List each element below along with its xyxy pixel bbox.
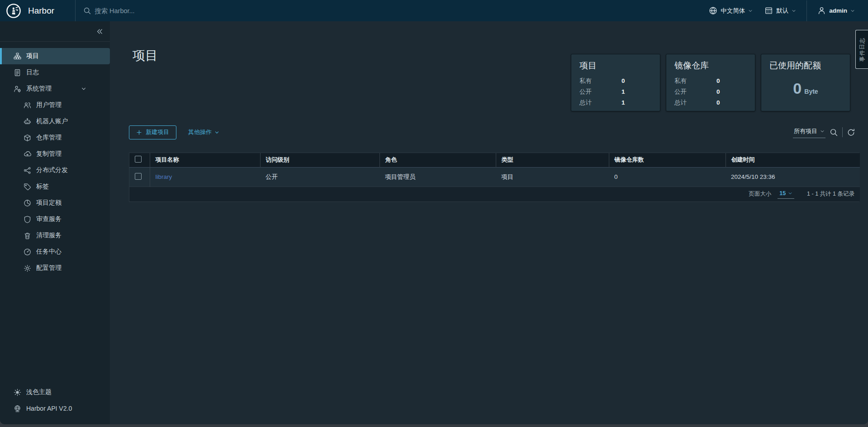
- column-header-2[interactable]: 角色: [379, 153, 496, 167]
- stat-label: 公开: [579, 86, 621, 97]
- sidebar-item-interrogation-services[interactable]: 审查服务: [0, 211, 110, 227]
- user-menu[interactable]: admin: [811, 0, 861, 21]
- stat-value: 1: [621, 97, 625, 108]
- sidebar-item-distributions[interactable]: 分布式分发: [0, 162, 110, 178]
- api-icon: [14, 405, 22, 413]
- global-search: [76, 7, 703, 15]
- column-header-0[interactable]: 项目名称: [150, 153, 260, 167]
- sun-icon: [14, 389, 22, 396]
- column-header-5[interactable]: 创建时间: [726, 153, 860, 167]
- sidebar-item-job-center[interactable]: 任务中心: [0, 244, 110, 260]
- stat-card-quota: 已使用的配额0Byte: [761, 54, 850, 111]
- gauge-icon: [24, 248, 32, 256]
- sidebar-item-administration[interactable]: 系统管理: [0, 81, 110, 97]
- brand-area: Harbor: [0, 0, 76, 21]
- harbor-app: Harbor 中文简体 默认: [0, 0, 868, 424]
- sidebar-item-label: 浅色主题: [26, 388, 52, 396]
- table-row: library公开项目管理员项目02024/5/10 23:36: [129, 167, 860, 187]
- shield-icon: [24, 216, 32, 223]
- sidebar-item-harbor-api[interactable]: Harbor API V2.0: [0, 400, 110, 417]
- sidebar-item-registries[interactable]: 仓库管理: [0, 130, 110, 146]
- records-count: 1 - 1 共计 1 条记录: [807, 190, 854, 198]
- sidebar-item-label: 审查服务: [36, 215, 62, 223]
- cell-creation_time: 2024/5/10 23:36: [726, 167, 860, 187]
- sidebar-item-replications[interactable]: 复制管理: [0, 146, 110, 162]
- main-content: 项目 项目私有0公开1总计1镜像仓库私有0公开0总计0已使用的配额0Byte 新…: [110, 21, 868, 424]
- stat-value: 0: [621, 76, 625, 86]
- stat-row: 总计0: [674, 97, 755, 108]
- stat-value: 1: [621, 86, 625, 97]
- caret-down-icon: [850, 9, 855, 13]
- sidebar-item-project-quotas[interactable]: 项目定额: [0, 195, 110, 211]
- sidebar-item-labels[interactable]: 标签: [0, 178, 110, 195]
- users-icon: [24, 101, 32, 109]
- page-size-select[interactable]: 15: [778, 189, 794, 199]
- sidebar-item-label: 配置管理: [36, 264, 62, 272]
- sidebar-item-label: 分布式分发: [36, 166, 68, 174]
- sidebar-item-projects[interactable]: 项目: [0, 48, 110, 64]
- sidebar-item-users[interactable]: 用户管理: [0, 97, 110, 113]
- sidebar-item-logs[interactable]: 日志: [0, 64, 110, 81]
- quota-unit: Byte: [804, 88, 818, 95]
- sidebar-item-light-theme[interactable]: 浅色主题: [0, 384, 110, 400]
- search-icon: [83, 7, 91, 15]
- new-project-button[interactable]: 新建项目: [129, 125, 176, 139]
- stat-label: 总计: [674, 97, 716, 108]
- harbor-logo-icon[interactable]: [6, 3, 21, 19]
- top-header: Harbor 中文简体 默认: [0, 0, 868, 21]
- cell-access_level: 公开: [260, 167, 379, 187]
- projects-icon: [14, 53, 22, 60]
- view-mode-label: 默认: [776, 7, 788, 15]
- sidebar-footer: 浅色主题Harbor API V2.0: [0, 384, 110, 417]
- user-icon: [817, 6, 826, 15]
- sidebar-item-label: 项目定额: [36, 199, 62, 207]
- globe-icon: [709, 6, 717, 15]
- cell-role: 项目管理员: [379, 167, 496, 187]
- sidebar-item-label: 项目: [26, 52, 39, 60]
- sidebar-nav: 项目日志系统管理用户管理机器人账户仓库管理复制管理分布式分发标签项目定额审查服务…: [0, 42, 110, 276]
- event-log-tab[interactable]: 事件日志: [855, 30, 868, 69]
- brand-title[interactable]: Harbor: [28, 6, 54, 16]
- column-header-3[interactable]: 类型: [496, 153, 609, 167]
- stat-label: 私有: [674, 76, 716, 86]
- sidebar-item-label: 仓库管理: [36, 134, 62, 142]
- stat-card-title: 已使用的配额: [769, 60, 850, 72]
- sidebar-item-clean-up[interactable]: 清理服务: [0, 227, 110, 244]
- cell-name: library: [150, 167, 260, 187]
- gear-icon: [24, 264, 32, 272]
- grid-icon: [764, 6, 773, 15]
- row-checkbox[interactable]: [135, 173, 142, 180]
- sidebar-item-robot-accounts[interactable]: 机器人账户: [0, 113, 110, 130]
- cell-type: 项目: [496, 167, 609, 187]
- sidebar-item-configuration[interactable]: 配置管理: [0, 260, 110, 276]
- stat-row: 总计1: [579, 97, 660, 108]
- sidebar-item-label: 标签: [36, 182, 49, 191]
- page-title: 项目: [133, 47, 158, 64]
- collapse-sidebar-icon[interactable]: [96, 28, 104, 35]
- select-all-header-cell: [129, 153, 150, 167]
- caret-down-icon[interactable]: [81, 86, 86, 91]
- refresh-icon[interactable]: [843, 128, 859, 137]
- other-actions-dropdown[interactable]: 其他操作: [188, 128, 219, 136]
- row-select-cell: [129, 167, 150, 187]
- column-header-1[interactable]: 访问级别: [260, 153, 379, 167]
- table-header-row: 项目名称访问级别角色类型镜像仓库数创建时间: [129, 153, 860, 167]
- stat-card-projects: 项目私有0公开1总计1: [571, 54, 660, 111]
- sidebar-item-label: 机器人账户: [36, 117, 68, 125]
- project-filter-select[interactable]: 所有项目: [793, 126, 825, 138]
- header-actions: 中文简体 默认 admin: [703, 0, 868, 21]
- global-search-input[interactable]: [95, 7, 285, 14]
- project-link[interactable]: library: [156, 173, 172, 180]
- view-mode-selector[interactable]: 默认: [759, 0, 802, 21]
- language-selector[interactable]: 中文简体: [703, 0, 759, 21]
- stat-card-title: 镜像仓库: [674, 60, 755, 72]
- stat-row: 私有0: [674, 76, 755, 86]
- caret-down-icon: [748, 9, 753, 13]
- stat-row: 私有0: [579, 76, 660, 86]
- select-all-checkbox[interactable]: [135, 156, 142, 163]
- search-projects-icon[interactable]: [825, 128, 842, 137]
- column-header-4[interactable]: 镜像仓库数: [609, 153, 726, 167]
- stat-label: 总计: [579, 97, 621, 108]
- caret-down-icon: [820, 129, 825, 134]
- sidebar-item-label: Harbor API V2.0: [26, 405, 72, 412]
